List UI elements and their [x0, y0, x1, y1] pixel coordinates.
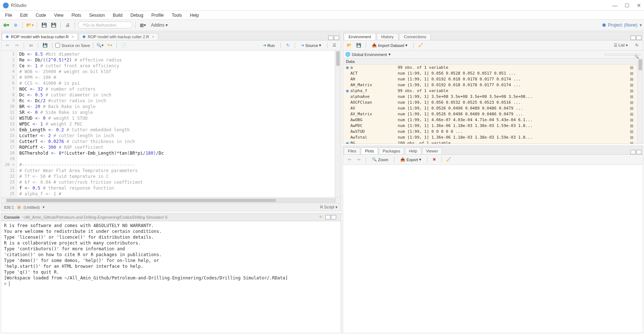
plots-tab-plots[interactable]: Plots	[361, 147, 378, 154]
minimize-pane-icon[interactable]	[328, 36, 333, 40]
clear-plots-button[interactable]: 🧹	[445, 156, 453, 164]
menu-edit[interactable]: Edit	[16, 12, 31, 19]
grid-icon[interactable]: ▦	[630, 65, 636, 70]
code-editor[interactable]: 1234567891011121314151617181920 ▾2122232…	[1, 51, 341, 197]
save-button[interactable]: 💾	[40, 21, 48, 29]
save-all-button[interactable]: 💾	[49, 21, 57, 29]
grid-icon[interactable]: ▦	[630, 112, 636, 116]
prev-plot-button[interactable]: ⇦	[345, 156, 353, 164]
expand-icon[interactable]	[345, 123, 350, 128]
grid-icon[interactable]: ▦	[630, 94, 636, 99]
minimize-console-icon[interactable]	[325, 215, 330, 219]
env-row[interactable]: AwSTUDnum [1:99, 1] 0 0 0 0 0 ...▦	[343, 129, 637, 135]
menu-help[interactable]: Help	[186, 12, 203, 19]
environment-list[interactable]: Data ◉a99 obs. of 1 variable▦ACTnum [1:9…	[343, 59, 643, 144]
rerun-button[interactable]: ↻	[284, 41, 292, 49]
remove-plot-button[interactable]: ✖	[430, 156, 438, 164]
expand-icon[interactable]: ◉	[345, 65, 350, 70]
maximize-button[interactable]: ☐	[625, 3, 629, 8]
expand-icon[interactable]	[345, 129, 350, 134]
code-tools-button[interactable]: ✎▾	[106, 41, 114, 49]
expand-icon[interactable]	[345, 100, 350, 105]
expand-icon[interactable]: ◉	[345, 141, 350, 144]
env-row[interactable]: AVnum [1:99, 1] 0.0526 0.0496 0.0489 0.0…	[343, 106, 637, 111]
maximize-plots-icon[interactable]	[636, 150, 641, 154]
expand-icon[interactable]	[345, 94, 350, 99]
grid-icon[interactable]: ▦	[630, 71, 636, 76]
refresh-env-button[interactable]: ↻	[633, 41, 641, 49]
grid-icon[interactable]: ▦▾	[139, 21, 147, 29]
back-button[interactable]: ⇦	[3, 41, 11, 49]
grid-icon[interactable]: ▦	[630, 100, 636, 105]
env-row[interactable]: AH_Matrixnum [1:99, 1] 0.0192 0.018 0.01…	[343, 82, 637, 88]
grid-icon[interactable]: ▦	[630, 106, 636, 111]
menu-plots[interactable]: Plots	[68, 12, 85, 19]
env-row[interactable]: AwOBGnum [1:99, 1] 4.66e-07 4.03e-04 4.7…	[343, 117, 637, 123]
grid-icon[interactable]: ▦	[630, 135, 636, 140]
save-source-button[interactable]: 💾	[41, 41, 49, 49]
maximize-env-icon[interactable]	[636, 36, 641, 40]
menu-debug[interactable]: Debug	[127, 12, 147, 19]
close-button[interactable]: ✕	[637, 3, 641, 8]
env-tab-environment[interactable]: Environment	[344, 33, 376, 40]
new-file-button[interactable]: ⊕▾	[2, 21, 10, 29]
expand-icon[interactable]	[345, 112, 350, 116]
env-row[interactable]: AV_Matrixnum [1:99, 1] 0.0526 0.0496 0.0…	[343, 111, 637, 117]
open-file-button[interactable]: 📂▾	[26, 21, 34, 29]
menu-tools[interactable]: Tools	[168, 12, 186, 19]
print-button[interactable]: 🖨	[64, 21, 72, 29]
source-tab-0[interactable]: ⬢ROP model with backup cutter.R×	[2, 33, 78, 40]
import-dataset-button[interactable]: 📥 Import Dataset ▾	[369, 42, 410, 48]
env-row[interactable]: ◉BG100 obs. of 1 variable▦	[343, 140, 637, 144]
env-row[interactable]: AHnum [1:99, 1] 0.0192 0.018 0.0178 0.01…	[343, 76, 637, 82]
grid-icon[interactable]: ▦	[630, 141, 636, 144]
menu-view[interactable]: View	[51, 12, 67, 19]
clear-console-icon[interactable]: ✎	[317, 213, 325, 221]
expand-icon[interactable]	[345, 83, 350, 87]
project-menu[interactable]: ⬢ Project: (None) ▾	[602, 23, 642, 28]
menu-file[interactable]: File	[1, 12, 16, 19]
grid-icon[interactable]: ▦	[630, 83, 636, 87]
zoom-button[interactable]: 🔍 Zoom	[369, 156, 391, 163]
view-mode-button[interactable]: ☰ List ▾	[611, 42, 631, 49]
close-tab-icon[interactable]: ×	[72, 35, 74, 39]
doc-scope[interactable]: (Untitled)	[24, 205, 40, 210]
maximize-pane-icon[interactable]	[334, 36, 339, 40]
expand-icon[interactable]	[345, 135, 350, 140]
expand-icon[interactable]	[345, 71, 350, 76]
plots-tab-help[interactable]: Help	[405, 147, 421, 154]
source-button[interactable]: ➔Source ▾	[298, 42, 324, 48]
source-on-save-checkbox[interactable]: Source on Save	[55, 43, 90, 48]
find-button[interactable]: 🔍▾	[96, 41, 104, 49]
env-row[interactable]: AwPDCnum [1:99, 1] 1.36e-06 1.18e-03 1.3…	[343, 123, 637, 129]
goto-file-input[interactable]: ↗ Go to file/function	[78, 21, 132, 28]
env-row[interactable]: AOCFCleannum [1:99, 1] 0.056 0.0532 0.05…	[343, 100, 637, 106]
compile-report-button[interactable]: 📄	[120, 41, 128, 49]
source-tab-1[interactable]: ⬢ROP model with backup cutter 2.R×	[79, 33, 158, 40]
horizontal-scrollbar[interactable]	[1, 197, 341, 203]
env-row[interactable]: ◉a99 obs. of 1 variable▦	[343, 65, 637, 71]
save-workspace-button[interactable]: 💾	[355, 41, 363, 49]
minimize-plots-icon[interactable]	[631, 150, 636, 154]
menu-build[interactable]: Build	[109, 12, 126, 19]
outline-button[interactable]: ☰	[330, 41, 338, 49]
env-search-input[interactable]	[604, 54, 641, 55]
env-row[interactable]: ◉alpha_f99 obs. of 1 variable▦	[343, 88, 637, 94]
env-row[interactable]: AwTotalnum [1:99, 1] 1.36e-06 1.18e-03 1…	[343, 135, 637, 140]
env-tab-history[interactable]: History	[377, 33, 398, 40]
load-workspace-button[interactable]: 📂	[345, 41, 353, 49]
grid-icon[interactable]: ▦	[630, 123, 636, 128]
menu-code[interactable]: Code	[32, 12, 50, 19]
close-tab-icon[interactable]: ×	[152, 35, 154, 39]
menu-session[interactable]: Session	[86, 12, 108, 19]
scope-selector[interactable]: Global Environment	[352, 52, 387, 57]
next-plot-button[interactable]: ⇨	[355, 156, 363, 164]
env-tab-connections[interactable]: Connections	[399, 33, 431, 40]
plots-tab-viewer[interactable]: Viewer	[422, 147, 442, 154]
menu-profile[interactable]: Profile	[148, 12, 167, 19]
console-output[interactable]: R is free software and comes with ABSOLU…	[1, 221, 341, 333]
grid-icon[interactable]: ▦	[630, 88, 636, 93]
minimize-button[interactable]: —	[612, 3, 617, 8]
expand-icon[interactable]	[345, 106, 350, 111]
show-in-new-window-button[interactable]: ▭	[27, 41, 35, 49]
